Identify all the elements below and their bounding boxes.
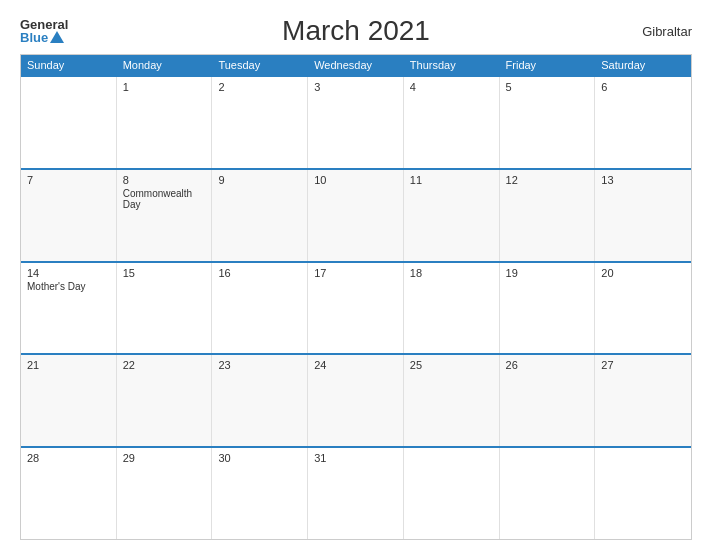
day-cell: 23 bbox=[212, 355, 308, 446]
day-cell: 3 bbox=[308, 77, 404, 168]
day-number: 7 bbox=[27, 174, 110, 186]
header-saturday: Saturday bbox=[595, 55, 691, 75]
day-cell: 10 bbox=[308, 170, 404, 261]
week-row-3: 14Mother's Day151617181920 bbox=[21, 261, 691, 354]
day-number: 4 bbox=[410, 81, 493, 93]
day-cell: 31 bbox=[308, 448, 404, 539]
header-monday: Monday bbox=[117, 55, 213, 75]
day-number: 18 bbox=[410, 267, 493, 279]
day-number: 2 bbox=[218, 81, 301, 93]
day-number: 13 bbox=[601, 174, 685, 186]
day-cell: 13 bbox=[595, 170, 691, 261]
day-number: 21 bbox=[27, 359, 110, 371]
day-number: 11 bbox=[410, 174, 493, 186]
day-cell: 24 bbox=[308, 355, 404, 446]
day-headers-row: Sunday Monday Tuesday Wednesday Thursday… bbox=[21, 55, 691, 75]
day-cell: 28 bbox=[21, 448, 117, 539]
day-number: 24 bbox=[314, 359, 397, 371]
day-number: 19 bbox=[506, 267, 589, 279]
day-number: 12 bbox=[506, 174, 589, 186]
day-cell: 19 bbox=[500, 263, 596, 354]
country-label: Gibraltar bbox=[642, 24, 692, 39]
day-cell: 18 bbox=[404, 263, 500, 354]
day-number: 3 bbox=[314, 81, 397, 93]
day-number: 5 bbox=[506, 81, 589, 93]
day-cell: 5 bbox=[500, 77, 596, 168]
day-cell: 22 bbox=[117, 355, 213, 446]
day-number: 8 bbox=[123, 174, 206, 186]
day-cell: 8Commonwealth Day bbox=[117, 170, 213, 261]
week-row-1: 123456 bbox=[21, 75, 691, 168]
day-cell: 25 bbox=[404, 355, 500, 446]
day-cell: 17 bbox=[308, 263, 404, 354]
day-cell: 9 bbox=[212, 170, 308, 261]
logo-blue-text: Blue bbox=[20, 31, 64, 44]
logo-triangle-icon bbox=[50, 31, 64, 43]
day-cell: 12 bbox=[500, 170, 596, 261]
header-thursday: Thursday bbox=[404, 55, 500, 75]
header: General Blue March 2021 Gibraltar bbox=[20, 18, 692, 44]
day-cell: 30 bbox=[212, 448, 308, 539]
day-cell: 16 bbox=[212, 263, 308, 354]
day-number: 22 bbox=[123, 359, 206, 371]
day-cell: 29 bbox=[117, 448, 213, 539]
day-cell: 2 bbox=[212, 77, 308, 168]
day-cell bbox=[404, 448, 500, 539]
header-sunday: Sunday bbox=[21, 55, 117, 75]
week-row-5: 28293031 bbox=[21, 446, 691, 539]
header-wednesday: Wednesday bbox=[308, 55, 404, 75]
day-number: 29 bbox=[123, 452, 206, 464]
day-cell: 20 bbox=[595, 263, 691, 354]
day-number: 26 bbox=[506, 359, 589, 371]
header-tuesday: Tuesday bbox=[212, 55, 308, 75]
day-number: 6 bbox=[601, 81, 685, 93]
day-number: 28 bbox=[27, 452, 110, 464]
day-cell: 21 bbox=[21, 355, 117, 446]
calendar-title: March 2021 bbox=[282, 15, 430, 47]
day-cell bbox=[595, 448, 691, 539]
day-number: 27 bbox=[601, 359, 685, 371]
day-cell: 6 bbox=[595, 77, 691, 168]
logo: General Blue bbox=[20, 18, 68, 44]
week-row-4: 21222324252627 bbox=[21, 353, 691, 446]
day-cell: 4 bbox=[404, 77, 500, 168]
day-cell: 15 bbox=[117, 263, 213, 354]
day-number: 16 bbox=[218, 267, 301, 279]
calendar-grid: Sunday Monday Tuesday Wednesday Thursday… bbox=[20, 54, 692, 540]
day-event: Mother's Day bbox=[27, 281, 110, 292]
week-row-2: 78Commonwealth Day910111213 bbox=[21, 168, 691, 261]
day-number: 30 bbox=[218, 452, 301, 464]
day-number: 15 bbox=[123, 267, 206, 279]
day-cell: 1 bbox=[117, 77, 213, 168]
day-number: 23 bbox=[218, 359, 301, 371]
day-cell: 14Mother's Day bbox=[21, 263, 117, 354]
day-number: 20 bbox=[601, 267, 685, 279]
day-cell bbox=[21, 77, 117, 168]
day-event: Commonwealth Day bbox=[123, 188, 206, 210]
day-cell: 7 bbox=[21, 170, 117, 261]
day-cell: 11 bbox=[404, 170, 500, 261]
day-number: 9 bbox=[218, 174, 301, 186]
day-number: 14 bbox=[27, 267, 110, 279]
calendar-page: General Blue March 2021 Gibraltar Sunday… bbox=[0, 0, 712, 550]
day-number: 1 bbox=[123, 81, 206, 93]
day-cell: 26 bbox=[500, 355, 596, 446]
day-number: 25 bbox=[410, 359, 493, 371]
day-number: 17 bbox=[314, 267, 397, 279]
header-friday: Friday bbox=[500, 55, 596, 75]
day-cell: 27 bbox=[595, 355, 691, 446]
weeks-container: 12345678Commonwealth Day91011121314Mothe… bbox=[21, 75, 691, 539]
day-number: 31 bbox=[314, 452, 397, 464]
day-cell bbox=[500, 448, 596, 539]
day-number: 10 bbox=[314, 174, 397, 186]
